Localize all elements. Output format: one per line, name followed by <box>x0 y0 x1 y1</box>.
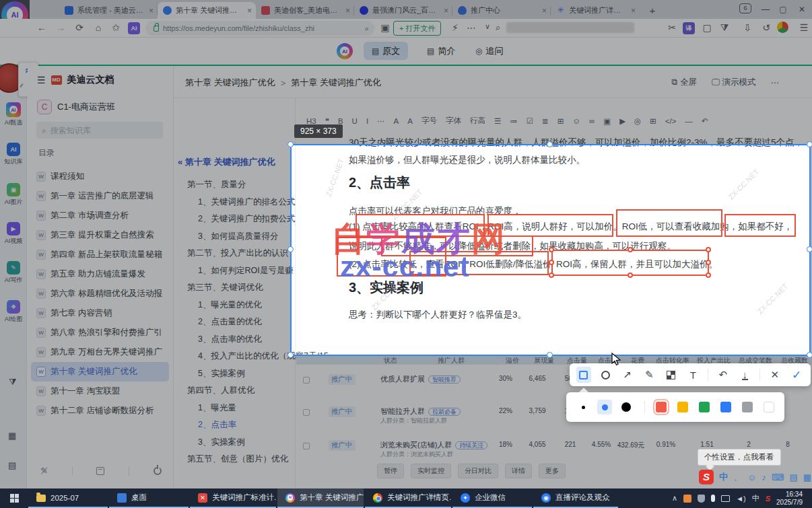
resize-handle[interactable] <box>706 273 711 278</box>
doc-paragraph: 点击率可以代表客户对我们产品的喜爱度， <box>349 205 522 217</box>
color-swatch[interactable] <box>764 402 774 412</box>
ime-skin-icon[interactable]: ▤ <box>790 472 798 482</box>
text-tool[interactable]: T <box>686 367 701 383</box>
selection-resize-handle[interactable] <box>287 352 294 358</box>
ime-mode-chinese[interactable]: 中 <box>719 471 728 483</box>
taskbar-label: 桌面 <box>131 493 147 503</box>
taskbar-label: 2025-07 <box>50 494 79 502</box>
cancel-capture-button[interactable]: ✕ <box>768 367 782 383</box>
taskbar-app-chrome[interactable]: 关键词推广详情页... <box>365 488 451 508</box>
ime-toolbox-icon[interactable]: ▦ <box>803 472 811 482</box>
ellipse-icon <box>601 371 610 379</box>
windows-logo-icon <box>10 494 19 503</box>
dim-overlay-left <box>0 144 290 356</box>
mosaic-tool[interactable] <box>664 367 679 383</box>
tray-volume-icon[interactable]: ◄) <box>736 495 746 503</box>
desktop-icon <box>117 493 127 503</box>
taskbar-clock[interactable]: 16:34 2025/7/9 <box>776 491 807 507</box>
red-x-app-icon: ✕ <box>198 493 207 503</box>
ai-app-icon: AI <box>285 493 295 503</box>
chrome-icon <box>373 493 382 503</box>
selection-resize-handle[interactable] <box>547 141 553 147</box>
taskbar-label: 企业微信 <box>475 493 506 503</box>
resize-handle[interactable] <box>549 260 554 265</box>
color-swatch[interactable] <box>742 402 753 412</box>
live-app-icon: ◉ <box>541 493 551 503</box>
clock-date: 2025/7/9 <box>776 499 803 506</box>
stroke-size-option[interactable] <box>597 400 612 414</box>
taskbar-app-doc-current[interactable]: AI 第十章 关键词推广... <box>277 488 364 508</box>
taskbar-app-spreadsheet[interactable]: ✕ 关键词推广标准计... <box>190 488 276 508</box>
ime-emoji-icon[interactable]: ☺ <box>747 472 756 482</box>
doc-paragraph: 如果溢价够，但人群曝光还是很少，说明人群体量比较小。 <box>349 154 585 166</box>
resize-handle[interactable] <box>628 247 633 252</box>
arrow-tool[interactable]: ↗ <box>620 367 635 383</box>
tray-chevron-icon[interactable]: ∧ <box>672 494 677 503</box>
stroke-size-dot <box>621 402 631 412</box>
taskbar-label: 直播评论及观众 <box>555 493 610 503</box>
selection-resize-handle[interactable] <box>547 352 553 358</box>
watermark-char: 网 <box>471 220 506 258</box>
download-tool[interactable]: ↓ <box>738 367 753 383</box>
start-button[interactable] <box>0 488 28 508</box>
tray-sogou-icon[interactable]: S <box>766 495 770 503</box>
tray-ime-indicator[interactable]: 中 <box>752 493 759 503</box>
capture-size-label: 925 × 373 <box>294 124 343 138</box>
sogou-ime-bar: S 中 、 ☺ ♪ ⌨ ▤ ▦ <box>699 470 811 484</box>
tray-shield-icon[interactable] <box>698 495 705 503</box>
resize-handle[interactable] <box>628 273 633 278</box>
taskbar-label: 第十章 关键词推广... <box>300 493 364 503</box>
doc-paragraph: ROI高，保留人群，并且可以加大溢价。 <box>556 258 718 270</box>
resize-handle[interactable] <box>549 273 554 278</box>
doc-heading: 2、点击率 <box>349 174 410 192</box>
taskbar-label: 关键词推广标准计... <box>212 493 276 503</box>
selection-resize-handle[interactable] <box>807 352 812 358</box>
stroke-size-option[interactable] <box>576 400 590 414</box>
taskbar-app-desktop[interactable]: 桌面 <box>109 488 189 508</box>
resize-handle[interactable] <box>706 247 711 252</box>
rectangle-tool[interactable] <box>576 367 591 383</box>
confirm-capture-button[interactable]: ✓ <box>789 367 804 383</box>
resize-handle[interactable] <box>549 247 554 252</box>
undo-tool[interactable]: ↶ <box>716 367 731 383</box>
tray-orange-app-icon[interactable] <box>683 495 691 503</box>
watermark-url: zx-cc.net <box>340 250 470 283</box>
stroke-palette <box>566 392 784 422</box>
taskbar-app-folder[interactable]: 2025-07 <box>28 488 108 508</box>
taskbar-app-wecom[interactable]: ✦ 企业微信 <box>452 488 532 508</box>
clock-time: 16:34 <box>786 491 803 498</box>
taskbar-app-live-comments[interactable]: ◉ 直播评论及观众 <box>533 488 618 508</box>
ellipse-tool[interactable] <box>599 367 613 383</box>
stroke-size-option[interactable] <box>619 400 634 414</box>
taskbar: 2025-07 桌面 ✕ 关键词推广标准计... AI 第十章 关键词推广...… <box>0 488 812 508</box>
download-icon: ↓ <box>742 370 749 380</box>
tray-mic-icon[interactable] <box>711 495 715 502</box>
stroke-size-dot <box>602 404 608 410</box>
rectangle-icon <box>579 371 588 379</box>
color-swatch[interactable] <box>699 402 710 412</box>
taskbar-label: 关键词推广详情页... <box>387 493 451 503</box>
selection-resize-handle[interactable] <box>287 141 294 147</box>
ime-punctuation-icon[interactable]: 、 <box>733 471 742 483</box>
stroke-sizes <box>576 400 634 414</box>
pencil-tool[interactable]: ✎ <box>642 367 657 383</box>
color-swatch[interactable] <box>656 402 667 412</box>
ime-keyboard-icon[interactable]: ⌨ <box>772 472 784 482</box>
stroke-size-dot <box>582 406 585 409</box>
color-swatch[interactable] <box>677 402 688 412</box>
selection-resize-handle[interactable] <box>287 246 294 252</box>
dim-overlay-top <box>0 0 812 144</box>
selection-resize-handle[interactable] <box>807 141 812 147</box>
folder-icon <box>36 495 46 502</box>
color-swatches <box>656 402 774 412</box>
sogou-logo-icon[interactable]: S <box>699 470 714 484</box>
mosaic-icon <box>667 371 675 379</box>
desktop: AI ★ 系统管理 - 美迪云管理 × 第十章 关键词推广优化 × 美迪创客_美… <box>0 0 812 508</box>
annotation-toolbar: ↗ ✎ T ↶ ↓ ✕ ✓ <box>570 363 811 386</box>
color-swatch[interactable] <box>720 402 731 412</box>
ime-voice-icon[interactable]: ♪ <box>762 472 766 482</box>
selection-resize-handle[interactable] <box>807 246 812 252</box>
tray-display-icon[interactable] <box>721 495 730 502</box>
system-tray: ∧ ◄) 中 S 16:34 2025/7/9 <box>672 488 812 508</box>
resize-handle[interactable] <box>706 260 711 265</box>
